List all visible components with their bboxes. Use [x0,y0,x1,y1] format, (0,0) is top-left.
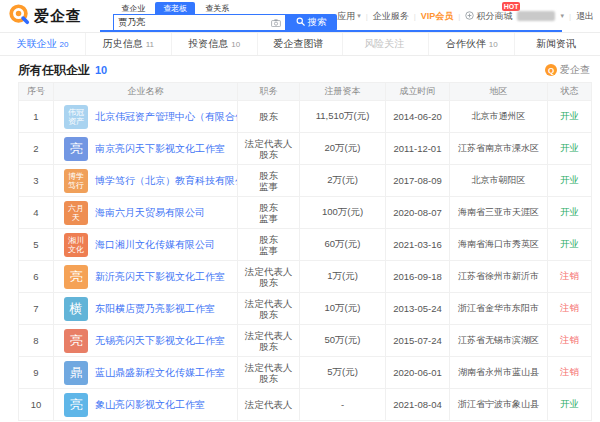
nav-tab[interactable]: 历史信息 11 [85,33,171,55]
nav-tab[interactable]: 投资信息 10 [171,33,257,55]
company-cell: 亮 南京亮闪天下影视文化工作室 [53,133,237,164]
role-cell: 法定代表人 [237,389,299,420]
nav-tab[interactable]: 新闻资讯 [514,33,600,55]
nav-tab[interactable]: 风险关注 [342,33,428,55]
company-logo: 伟冠资产 [64,105,88,129]
detail-nav-tabs: 关联企业 20 历史信息 11 投资信息 10 爱企查图谱 风险关注 合作伙伴 … [0,32,600,56]
nav-tab-label: 风险关注 [364,37,404,51]
nav-tab-label: 新闻资讯 [536,37,576,51]
column-header: 状态 [547,83,591,100]
company-cell: 湘川文化 海口湘川文化传媒有限公司 [53,229,237,260]
section-header: 所有任职企业 10 Q 爱企查 [18,63,590,77]
region: 江苏省南京市溧水区 [449,133,547,164]
row-index: 9 [19,357,53,388]
camera-icon[interactable] [271,19,281,27]
company-cell: 鼎 蓝山鼎盛新程文化传媒工作室 [53,357,237,388]
search-input-box[interactable]: 贾乃亮 [113,14,285,31]
menu-vip[interactable]: VIP会员 [421,10,454,23]
positions-table: 序号企业名称职务注册资本成立时间地区状态 1 伟冠资产 北京伟冠资产管理中心（有… [18,82,592,421]
registered-capital: 100万(元) [299,197,385,228]
row-index: 3 [19,165,53,196]
company-name-link[interactable]: 海口湘川文化传媒有限公司 [95,238,215,252]
nav-tab-count: 10 [231,40,240,49]
company-name-link[interactable]: 海南六月天贸易有限公司 [95,206,205,220]
row-index: 4 [19,197,53,228]
table-row: 7 横 东阳横店贾乃亮影视工作室 法定代表人 股东 10万(元) 2013-05… [19,293,591,325]
search-button[interactable]: 搜索 [285,14,337,31]
established-date: 2020-06-01 [385,357,449,388]
nav-tab-count: 11 [146,40,154,49]
company-name-link[interactable]: 北京伟冠资产管理中心（有限合伙） [95,110,237,124]
company-name-link[interactable]: 东阳横店贾乃亮影视工作室 [95,302,215,316]
status-badge: 开业 [547,389,591,420]
company-name-link[interactable]: 博学笃行（北京）教育科技有限公司 [95,174,237,188]
table-row: 6 亮 新沂亮闪天下影视文化工作室 法定代表人 股东 1万(元) 2016-09… [19,261,591,293]
company-name-link[interactable]: 无锡亮闪天下影视文化工作室 [95,334,225,348]
menu-apps[interactable]: 应用 ▾ [337,10,361,23]
company-name-link[interactable]: 新沂亮闪天下影视文化工作室 [95,270,225,284]
region: 北京市朝阳区 [449,165,547,196]
table-row: 9 鼎 蓝山鼎盛新程文化传媒工作室 法定代表人 股东 5万(元) 2020-06… [19,357,591,389]
region: 海南省海口市秀英区 [449,229,547,260]
company-logo: 亮 [64,393,88,417]
username-redacted[interactable] [517,11,555,21]
registered-capital: 10万(元) [299,293,385,324]
column-header: 成立时间 [385,83,449,100]
divider: | [414,12,416,21]
company-cell: 伟冠资产 北京伟冠资产管理中心（有限合伙） [53,101,237,132]
divider: | [458,12,460,21]
top-header: 爱企查 查企业 查老板 查关系 贾乃亮 [0,0,600,32]
company-cell: 亮 新沂亮闪天下影视文化工作室 [53,261,237,292]
company-cell: 横 东阳横店贾乃亮影视工作室 [53,293,237,324]
region: 北京市通州区 [449,101,547,132]
brand-name: 爱企查 [34,7,82,26]
nav-tab-count: 10 [489,40,498,49]
company-name-link[interactable]: 象山亮闪影视文化工作室 [95,398,205,412]
established-date: 2021-03-16 [385,229,449,260]
region: 浙江省宁波市象山县 [449,389,547,420]
established-date: 2011-12-01 [385,133,449,164]
search-input[interactable]: 贾乃亮 [118,16,271,29]
nav-tab[interactable]: 关联企业 20 [0,33,85,55]
menu-enterprise-services[interactable]: 企业服务 [373,10,409,23]
row-index: 8 [19,325,53,356]
status-badge: 开业 [547,197,591,228]
nav-tab[interactable]: 爱企查图谱 [257,33,343,55]
search-type-tab[interactable]: 查老板 [155,2,195,14]
role-cell: 法定代表人 股东 [237,293,299,324]
established-date: 2020-08-07 [385,197,449,228]
row-index: 10 [19,389,53,420]
company-logo: 博学笃行 [64,169,88,193]
status-badge: 注销 [547,293,591,324]
registered-capital: 20万(元) [299,133,385,164]
company-name-link[interactable]: 南京亮闪天下影视文化工作室 [95,142,225,156]
menu-logout[interactable]: 退出 [576,10,594,23]
table-body: 1 伟冠资产 北京伟冠资产管理中心（有限合伙） 股东 11,510万(元) 20… [19,101,591,421]
nav-tab-count: 20 [59,40,68,49]
registered-capital: 11,510万(元) [299,101,385,132]
established-date: 2013-05-24 [385,293,449,324]
search-type-tab[interactable]: 查关系 [197,2,237,14]
search-type-tab[interactable]: 查企业 [113,2,153,14]
registered-capital: 60万(元) [299,229,385,260]
menu-points-mall[interactable]: 积分商城 HOT [465,10,512,23]
table-row: 1 伟冠资产 北京伟冠资产管理中心（有限合伙） 股东 11,510万(元) 20… [19,101,591,133]
nav-tab-label: 历史信息 [103,37,143,51]
table-row: 5 湘川文化 海口湘川文化传媒有限公司 股东 监事 60万(元) 2021-03… [19,229,591,261]
table-row: 3 博学笃行 博学笃行（北京）教育科技有限公司 股东 监事 2万(元) 2017… [19,165,591,197]
aiqicha-mini-icon: Q [545,64,557,76]
nav-tab[interactable]: 合作伙伴 10 [428,33,514,55]
role-cell: 股东 监事 [237,165,299,196]
search-type-tabs: 查企业 查老板 查关系 [113,1,337,14]
table-row: 2 亮 南京亮闪天下影视文化工作室 法定代表人 股东 20万(元) 2011-1… [19,133,591,165]
status-badge: 注销 [547,357,591,388]
row-index: 2 [19,133,53,164]
established-date: 2016-09-18 [385,261,449,292]
company-name-link[interactable]: 蓝山鼎盛新程文化传媒工作室 [95,366,225,380]
watermark-label: 爱企查 [560,63,590,77]
menu-apps-label: 应用 [337,10,355,23]
registered-capital: - [299,389,385,420]
company-logo: 湘川文化 [64,233,88,257]
brand[interactable]: 爱企查 [8,3,101,29]
status-badge: 注销 [547,261,591,292]
